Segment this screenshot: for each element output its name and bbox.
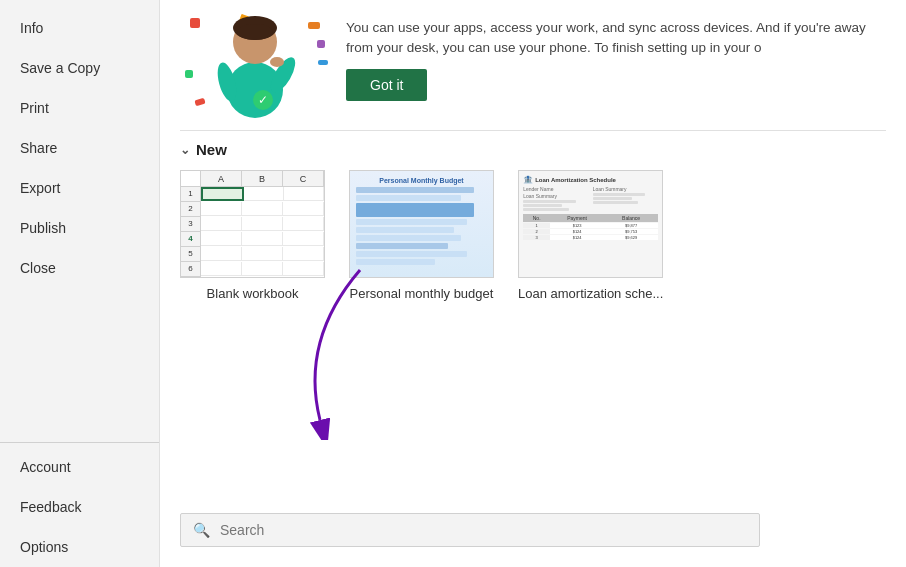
- got-it-button[interactable]: Got it: [346, 69, 427, 101]
- confetti-dot: [308, 22, 320, 29]
- sidebar-item-share[interactable]: Share: [0, 128, 159, 168]
- search-bar: 🔍: [180, 513, 760, 547]
- confetti-dot: [185, 70, 193, 78]
- blank-workbook-thumb: A B C 1 2: [180, 170, 325, 278]
- banner-illustration: ✓: [180, 10, 330, 120]
- sidebar-item-close[interactable]: Close: [0, 248, 159, 288]
- sidebar-bottom: Account Feedback Options: [0, 442, 159, 567]
- new-section-header: ⌄ New: [180, 141, 886, 158]
- template-loan-amortization[interactable]: 🏦 Loan Amortization Schedule Lender Name…: [518, 170, 663, 301]
- templates-row: A B C 1 2: [180, 170, 886, 301]
- confetti-dot: [190, 18, 200, 28]
- personal-budget-thumb: Personal Monthly Budget: [349, 170, 494, 278]
- chevron-down-icon: ⌄: [180, 143, 190, 157]
- template-blank-workbook[interactable]: A B C 1 2: [180, 170, 325, 301]
- banner-text-area: You can use your apps, access your work,…: [330, 10, 886, 109]
- person-illustration: ✓: [205, 10, 305, 120]
- main-content: ✓ You can use your apps, access your wor…: [160, 0, 906, 567]
- personal-budget-label: Personal monthly budget: [350, 286, 494, 301]
- search-input[interactable]: [220, 522, 747, 538]
- svg-text:✓: ✓: [258, 93, 268, 107]
- confetti-dot: [317, 40, 325, 48]
- sidebar-item-options[interactable]: Options: [0, 527, 159, 567]
- svg-point-3: [237, 24, 273, 40]
- sidebar-item-feedback[interactable]: Feedback: [0, 487, 159, 527]
- sidebar-item-export[interactable]: Export: [0, 168, 159, 208]
- sidebar-item-save-a-copy[interactable]: Save a Copy: [0, 48, 159, 88]
- new-section: ⌄ New A B C 1: [160, 131, 906, 301]
- loan-amortization-thumb: 🏦 Loan Amortization Schedule Lender Name…: [518, 170, 663, 278]
- loan-amortization-label: Loan amortization sche...: [518, 286, 663, 301]
- confetti-dot: [318, 60, 328, 65]
- banner-area: ✓ You can use your apps, access your wor…: [160, 0, 906, 130]
- sidebar-item-account[interactable]: Account: [0, 447, 159, 487]
- sidebar: Info Save a Copy Print Share Export Publ…: [0, 0, 160, 567]
- confetti-dot: [194, 98, 205, 106]
- banner-description: You can use your apps, access your work,…: [346, 18, 870, 59]
- sidebar-item-print[interactable]: Print: [0, 88, 159, 128]
- sidebar-item-info[interactable]: Info: [0, 8, 159, 48]
- search-icon: 🔍: [193, 522, 210, 538]
- svg-point-6: [270, 57, 284, 67]
- sidebar-item-publish[interactable]: Publish: [0, 208, 159, 248]
- search-bar-container: 🔍: [180, 513, 886, 547]
- template-personal-budget[interactable]: Personal Monthly Budget Personal: [349, 170, 494, 301]
- blank-workbook-label: Blank workbook: [207, 286, 299, 301]
